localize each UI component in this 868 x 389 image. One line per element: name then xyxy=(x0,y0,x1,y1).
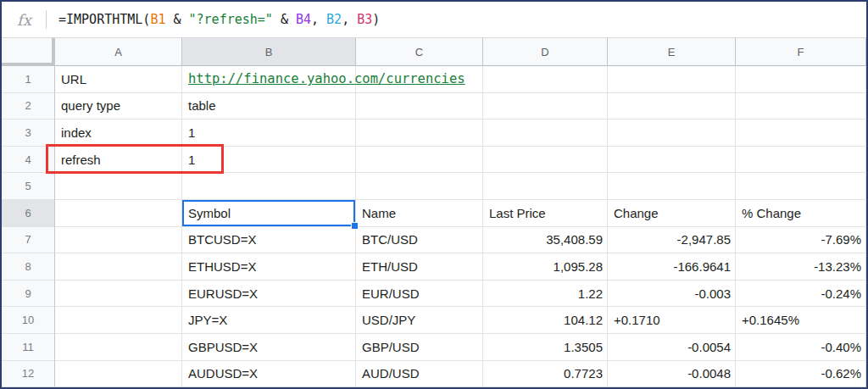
cell-D11[interactable]: 1.3505 xyxy=(483,334,608,361)
row-2: 2query typetable xyxy=(2,93,866,120)
cell-D12[interactable]: 0.7723 xyxy=(483,361,608,388)
cell-B3[interactable]: 1 xyxy=(182,119,356,147)
row-header-11[interactable]: 11 xyxy=(2,334,55,361)
formula-token: , xyxy=(311,12,326,27)
cell-C5[interactable] xyxy=(356,173,483,200)
url-link[interactable]: http://finance.yahoo.com/currencies xyxy=(188,71,465,86)
cell-E4[interactable] xyxy=(608,147,736,174)
cell-B7[interactable]: BTCUSD=X xyxy=(182,227,356,254)
cell-D5[interactable] xyxy=(483,173,608,200)
cell-F7[interactable]: -7.69% xyxy=(736,227,866,254)
row-4: 4refresh1 xyxy=(2,147,866,174)
column-header-D[interactable]: D xyxy=(483,38,608,66)
cell-F8[interactable]: -13.23% xyxy=(736,253,866,281)
cell-F10[interactable]: +0.1645% xyxy=(736,307,866,334)
cell-A1[interactable]: URL xyxy=(55,66,182,93)
cell-D10[interactable]: 104.12 xyxy=(483,307,608,334)
row-header-3[interactable]: 3 xyxy=(2,119,55,147)
cell-E8[interactable]: -166.9641 xyxy=(608,253,736,281)
column-header-row: ABCDEF xyxy=(2,38,866,66)
cell-B12[interactable]: AUDUSD=X xyxy=(182,361,356,388)
cell-D6[interactable]: Last Price xyxy=(483,200,608,227)
column-header-F[interactable]: F xyxy=(736,38,866,66)
cell-E1[interactable] xyxy=(608,66,736,93)
row-header-4[interactable]: 4 xyxy=(2,147,55,174)
cell-C2[interactable] xyxy=(356,93,483,120)
cell-E6[interactable]: Change xyxy=(608,200,736,227)
cell-A11[interactable] xyxy=(55,334,182,361)
cell-B1[interactable]: http://finance.yahoo.com/currencies xyxy=(182,66,356,93)
cell-B11[interactable]: GBPUSD=X xyxy=(182,334,356,361)
row-header-6[interactable]: 6 xyxy=(2,200,55,227)
cell-E9[interactable]: -0.003 xyxy=(608,281,736,308)
formula-input[interactable]: =IMPORTHTML(B1 & "?refresh=" & B4, B2, B… xyxy=(58,12,380,27)
cell-D7[interactable]: 35,408.59 xyxy=(483,227,608,254)
row-header-2[interactable]: 2 xyxy=(2,93,55,120)
cell-E3[interactable] xyxy=(608,119,736,147)
cell-E11[interactable]: -0.0054 xyxy=(608,334,736,361)
formula-token: =IMPORTHTML( xyxy=(58,12,150,27)
cell-C6[interactable]: Name xyxy=(356,200,483,227)
cell-B9[interactable]: EURUSD=X xyxy=(182,281,356,308)
row-header-8[interactable]: 8 xyxy=(2,253,55,281)
cell-C11[interactable]: GBP/USD xyxy=(356,334,483,361)
cell-E2[interactable] xyxy=(608,93,736,120)
cell-D2[interactable] xyxy=(483,93,608,120)
cell-B6[interactable]: Symbol xyxy=(182,200,356,227)
formula-token: & xyxy=(165,12,188,27)
select-all-corner[interactable] xyxy=(2,38,55,66)
cell-D1[interactable] xyxy=(483,66,608,93)
cell-B5[interactable] xyxy=(182,173,356,200)
cell-F2[interactable] xyxy=(736,93,866,120)
column-header-E[interactable]: E xyxy=(608,38,736,66)
cell-D8[interactable]: 1,095.28 xyxy=(483,253,608,281)
column-header-A[interactable]: A xyxy=(55,38,182,66)
cell-F4[interactable] xyxy=(736,147,866,174)
cell-F5[interactable] xyxy=(736,173,866,200)
cell-A4[interactable]: refresh xyxy=(55,147,182,174)
row-header-5[interactable]: 5 xyxy=(2,173,55,200)
cell-A8[interactable] xyxy=(55,253,182,281)
cell-A9[interactable] xyxy=(55,281,182,308)
cell-F6[interactable]: % Change xyxy=(736,200,866,227)
cell-C8[interactable]: ETH/USD xyxy=(356,253,483,281)
column-header-C[interactable]: C xyxy=(356,38,483,66)
cell-E7[interactable]: -2,947.85 xyxy=(608,227,736,254)
row-12: 12AUDUSD=XAUD/USD0.7723-0.0048-0.62% xyxy=(2,361,866,388)
cell-A12[interactable] xyxy=(55,361,182,388)
cell-A10[interactable] xyxy=(55,307,182,334)
cell-F9[interactable]: -0.24% xyxy=(736,281,866,308)
cell-C12[interactable]: AUD/USD xyxy=(356,361,483,388)
cell-F3[interactable] xyxy=(736,119,866,147)
cell-A3[interactable]: index xyxy=(55,119,182,147)
cell-E10[interactable]: +0.1710 xyxy=(608,307,736,334)
cell-D9[interactable]: 1.22 xyxy=(483,281,608,308)
cell-F11[interactable]: -0.40% xyxy=(736,334,866,361)
row-header-1[interactable]: 1 xyxy=(2,66,55,93)
cell-D4[interactable] xyxy=(483,147,608,174)
cell-A2[interactable]: query type xyxy=(55,93,182,120)
cell-E5[interactable] xyxy=(608,173,736,200)
row-header-12[interactable]: 12 xyxy=(2,361,55,388)
cell-A6[interactable] xyxy=(55,200,182,227)
cell-A7[interactable] xyxy=(55,227,182,254)
cell-F12[interactable]: -0.62% xyxy=(736,361,866,388)
cell-F1[interactable] xyxy=(736,66,866,93)
cell-C9[interactable]: EUR/USD xyxy=(356,281,483,308)
cell-B2[interactable]: table xyxy=(182,93,356,120)
cell-C7[interactable]: BTC/USD xyxy=(356,227,483,254)
cell-C4[interactable] xyxy=(356,147,483,174)
formula-token: ) xyxy=(372,12,380,27)
cell-B8[interactable]: ETHUSD=X xyxy=(182,253,356,281)
cell-C3[interactable] xyxy=(356,119,483,147)
cell-E12[interactable]: -0.0048 xyxy=(608,361,736,388)
cell-B10[interactable]: JPY=X xyxy=(182,307,356,334)
row-header-10[interactable]: 10 xyxy=(2,307,55,334)
column-header-B[interactable]: B xyxy=(182,38,356,66)
cell-D3[interactable] xyxy=(483,119,608,147)
row-header-9[interactable]: 9 xyxy=(2,281,55,308)
cell-B4[interactable]: 1 xyxy=(182,147,356,174)
row-header-7[interactable]: 7 xyxy=(2,227,55,254)
cell-C10[interactable]: USD/JPY xyxy=(356,307,483,334)
cell-A5[interactable] xyxy=(55,173,182,200)
